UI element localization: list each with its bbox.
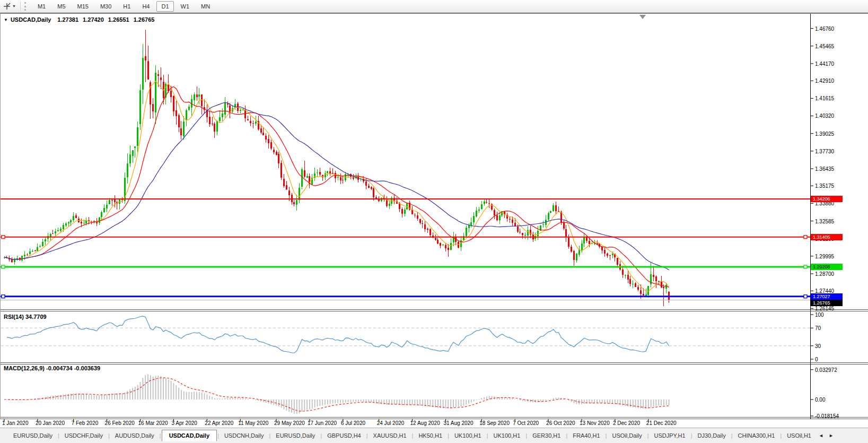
chart-tab-fra40h1[interactable]: FRA40,H1 (568, 430, 604, 441)
line-handle[interactable] (804, 236, 807, 239)
macd-signal-line (4, 378, 669, 411)
ohlc-open-value: 1.27381 (57, 16, 78, 23)
tab-separator: | (606, 432, 607, 439)
rsi-line (7, 316, 669, 353)
price-tick-label: 1.40320 (815, 113, 834, 119)
chart-tab-hk50h1[interactable]: HK50,H1 (414, 430, 447, 441)
macd-axis-label: 0.032972 (815, 367, 837, 372)
macd-panel[interactable] (4, 374, 669, 414)
tab-separator: | (525, 432, 527, 439)
date-tick-label: 6 Jul 2020 (341, 420, 365, 426)
price-tick-label: 1.45465 (815, 43, 834, 49)
tab-separator: | (647, 432, 649, 439)
current-price-badge: 1.26765 (811, 300, 843, 306)
line-handle[interactable] (804, 295, 807, 298)
horizontal-lines-layer[interactable] (0, 199, 810, 300)
panel-frames (0, 14, 868, 422)
tab-separator: | (269, 432, 270, 439)
price-tick-label: 1.26145 (815, 306, 834, 311)
tab-separator: | (487, 432, 488, 439)
chart-tab-ger30h1[interactable]: GER30,H1 (528, 430, 565, 441)
price-tick-label: 1.39025 (815, 131, 834, 136)
chart-tab-usdcnhdaily[interactable]: USDCNH,Daily (220, 430, 269, 441)
chart-tab-audusddaily[interactable]: AUDUSD,Daily (110, 430, 159, 441)
chart-tab-dj30daily[interactable]: DJ30,Daily (693, 430, 731, 441)
rsi-panel[interactable] (1, 316, 810, 353)
line-handle[interactable] (2, 295, 5, 298)
date-tick-label: 18 Sep 2020 (479, 420, 510, 426)
chart-shift-marker-icon[interactable] (639, 15, 646, 19)
chart-tab-gbpusdh4[interactable]: GBPUSD,H4 (322, 430, 366, 441)
date-tick-label: 7 Oct 2020 (513, 420, 539, 426)
price-tick-label: 1.37730 (815, 148, 834, 154)
line-handle[interactable] (2, 265, 5, 268)
tab-separator: | (448, 432, 449, 439)
tab-separator: | (412, 432, 414, 439)
tab-separator: | (780, 432, 782, 439)
rsi-axis-label: 100 (815, 312, 824, 318)
price-tick-label: 1.44170 (815, 60, 834, 66)
chart-tab-eurusddaily[interactable]: EURUSD,Daily (8, 430, 57, 441)
date-tick-label: 1 Jan 2020 (2, 420, 29, 426)
ma-line-fast (4, 81, 669, 291)
chart-tab-eurusddaily[interactable]: EURUSD,Daily (271, 430, 320, 441)
chart-tab-usdjpyh1[interactable]: USDJPY,H1 (650, 430, 690, 441)
chart-tab-usdcaddaily[interactable]: USDCAD,Daily (162, 430, 217, 441)
chart-tab-usoilh1[interactable]: USOil,H1 (782, 430, 816, 441)
date-tick-label: 16 Mar 2020 (138, 420, 168, 426)
tab-scroll-left-icon[interactable]: ◄ (819, 433, 823, 438)
candlestick-series (4, 30, 670, 306)
date-tick-label: 20 Jan 2020 (36, 420, 65, 426)
chart-tab-china300h1[interactable]: CHINA300,H1 (733, 430, 780, 441)
chart-tab-uk100h1[interactable]: UK100,H1 (489, 430, 525, 441)
tab-separator: | (366, 432, 368, 439)
chart-tab-xauusdh1[interactable]: XAUUSD,H1 (369, 430, 411, 441)
ma-line-medium (4, 86, 669, 287)
date-tick-label: 26 Feb 2020 (105, 420, 135, 426)
line-handle[interactable] (804, 265, 807, 268)
chart-tab-usdchfdaily[interactable]: USDCHF,Daily (60, 430, 108, 441)
tab-separator: | (691, 432, 692, 439)
chart-canvas[interactable] (0, 0, 868, 443)
chart-tab-uk100h1[interactable]: UK100,H1 (450, 430, 486, 441)
tab-separator: | (217, 432, 219, 439)
ohlc-low-value: 1.26551 (108, 16, 129, 23)
date-tick-label: 24 Jul 2020 (377, 420, 405, 426)
price-tick-label: 1.42910 (815, 78, 834, 84)
price-tick-label: 1.36435 (815, 166, 834, 171)
tab-separator: | (320, 432, 322, 439)
price-tick-label: 1.41615 (815, 95, 834, 101)
macd-histogram (4, 374, 669, 414)
date-tick-label: 11 May 2020 (238, 420, 268, 426)
mt4-chart-window: ▼ M1M5M15M30H1H4D1W1MN ▼USDCAD,Daily1.27… (0, 0, 868, 443)
price-line-badge-1-31405: 1.31405 (811, 234, 843, 240)
tab-separator: | (731, 432, 733, 439)
price-tick-label: 1.46760 (815, 25, 834, 31)
rsi-axis-label: 30 (815, 343, 821, 349)
collapse-indicator-icon[interactable]: ▼ (4, 18, 8, 22)
macd-axis-label: 0.00 (815, 397, 825, 403)
date-tick-label: 2 Dec 2020 (613, 420, 640, 426)
price-tick-label: 1.35175 (815, 183, 834, 189)
date-tick-label: 7 Feb 2020 (72, 420, 99, 426)
date-tick-label: 12 Aug 2020 (410, 420, 440, 426)
tab-separator: | (58, 432, 59, 439)
tab-scroll-right-icon[interactable]: ► (829, 433, 834, 438)
symbol-period-label: USDCAD,Daily (11, 16, 51, 23)
price-line-badge-1-34206: 1.34206 (811, 196, 843, 202)
date-tick-label: 29 May 2020 (274, 420, 305, 426)
tab-separator: | (566, 432, 567, 439)
date-tick-label: 22 Apr 2020 (205, 420, 233, 426)
price-tick-label: 1.32585 (815, 218, 834, 224)
macd-axis-label: -0.018154 (815, 413, 839, 419)
date-tick-label: 3 Apr 2020 (171, 420, 197, 426)
chart-tab-usoildaily[interactable]: USOil,Daily (607, 430, 646, 441)
line-handle[interactable] (2, 236, 5, 239)
main-price-panel[interactable] (4, 30, 670, 306)
chart-title: ▼USDCAD,Daily1.273811.274201.265511.2676… (4, 16, 154, 23)
ohlc-high-value: 1.27420 (83, 16, 104, 23)
date-tick-label: 31 Aug 2020 (443, 420, 473, 426)
date-tick-label: 13 Nov 2020 (580, 420, 610, 426)
date-tick-label: 26 Oct 2020 (546, 420, 575, 426)
date-tick-label: 21 Dec 2020 (646, 420, 677, 426)
